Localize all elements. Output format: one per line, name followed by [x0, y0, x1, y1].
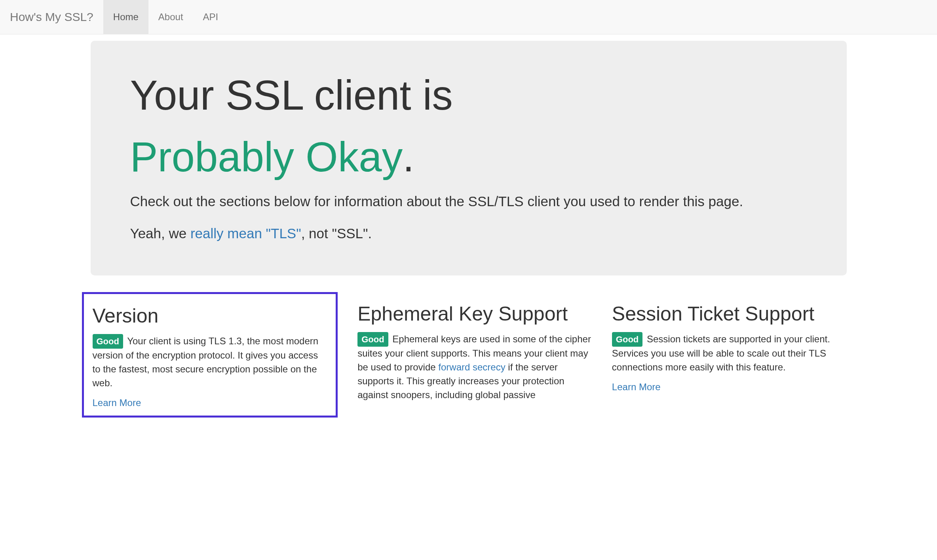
forward-secrecy-link[interactable]: forward secrecy: [438, 362, 505, 372]
badge-good: Good: [93, 334, 123, 349]
brand-link[interactable]: How's My SSL?: [0, 0, 103, 34]
tls-link[interactable]: really mean "TLS": [190, 226, 301, 241]
sections-row: Version Good Your client is using TLS 1.…: [91, 295, 847, 418]
headline: Your SSL client is Probably Okay.: [130, 72, 807, 180]
learn-more-version[interactable]: Learn More: [93, 397, 141, 408]
navbar: How's My SSL? Home About API: [0, 0, 937, 34]
nav-list: Home About API: [103, 0, 228, 34]
section-ticket-title: Session Ticket Support: [612, 303, 847, 325]
jumbo-tls-note: Yeah, we really mean "TLS", not "SSL".: [130, 224, 807, 244]
section-ephemeral-title: Ephemeral Key Support: [357, 303, 592, 325]
headline-suffix: .: [403, 134, 414, 180]
section-version-text: Your client is using TLS 1.3, the most m…: [93, 336, 319, 388]
headline-status: Probably Okay: [130, 134, 403, 180]
learn-more-ticket[interactable]: Learn More: [612, 382, 661, 392]
main-container: Your SSL client is Probably Okay. Check …: [81, 41, 857, 418]
nav-about[interactable]: About: [148, 0, 193, 34]
section-ticket: Session Ticket Support Good Session tick…: [612, 295, 847, 418]
section-ephemeral-body: Good Ephemeral keys are used in some of …: [357, 332, 592, 402]
jumbo-tls-pre: Yeah, we: [130, 226, 190, 241]
badge-good: Good: [357, 332, 388, 347]
jumbotron: Your SSL client is Probably Okay. Check …: [91, 41, 847, 275]
section-ticket-body: Good Session tickets are supported in yo…: [612, 332, 847, 374]
nav-home[interactable]: Home: [103, 0, 148, 34]
section-version-body: Good Your client is using TLS 1.3, the m…: [93, 334, 327, 390]
headline-prefix: Your SSL client is: [130, 72, 453, 118]
jumbo-tls-post: , not "SSL".: [301, 226, 372, 241]
nav-api[interactable]: API: [193, 0, 228, 34]
section-ticket-text: Session tickets are supported in your cl…: [612, 334, 830, 373]
badge-good: Good: [612, 332, 642, 347]
section-ephemeral: Ephemeral Key Support Good Ephemeral key…: [357, 295, 592, 418]
jumbo-lead: Check out the sections below for informa…: [130, 192, 807, 212]
section-version-title: Version: [93, 305, 327, 327]
section-version: Version Good Your client is using TLS 1.…: [82, 292, 338, 418]
